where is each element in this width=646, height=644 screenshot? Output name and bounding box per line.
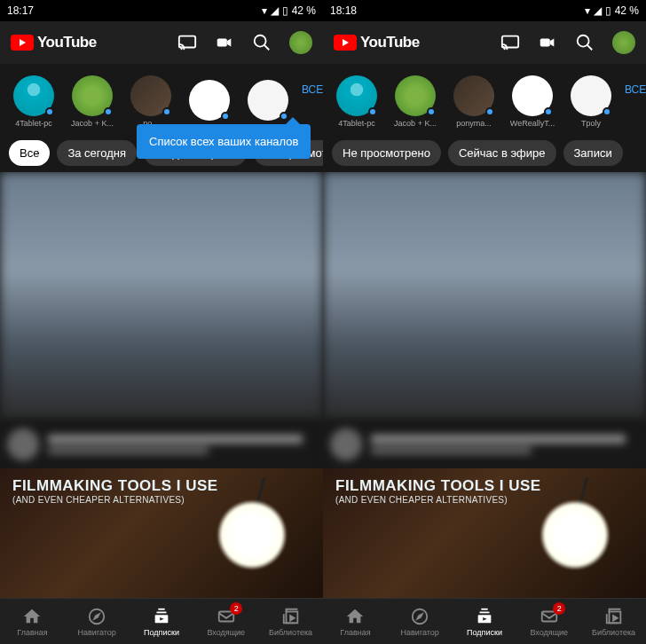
video-card[interactable]: FILMMAKING TOOLS I USE (AND EVEN CHEAPER… bbox=[323, 468, 646, 598]
channel-item[interactable]: 4Tablet-pc bbox=[332, 75, 382, 128]
video-feed[interactable]: FILMMAKING TOOLS I USE (AND EVEN CHEAPER… bbox=[323, 172, 646, 598]
channel-strip[interactable]: 4Tablet-pc Jacob + K... po... ВСЕ bbox=[0, 64, 323, 133]
channel-item[interactable]: Jacob + K... bbox=[67, 75, 117, 128]
cast-icon[interactable] bbox=[500, 33, 520, 52]
filter-chips[interactable]: Не просмотрено Сейчас в эфире Записи bbox=[323, 133, 646, 172]
video-feed[interactable]: FILMMAKING TOOLS I USE (AND EVEN CHEAPER… bbox=[0, 172, 323, 598]
battery-icon: ▯ bbox=[605, 4, 611, 17]
camera-icon[interactable] bbox=[538, 33, 557, 52]
status-time: 18:17 bbox=[7, 4, 34, 17]
video-title-main: FILMMAKING TOOLS I USE bbox=[12, 477, 218, 495]
nav-explore[interactable]: Навигатор bbox=[65, 599, 130, 644]
status-time: 18:18 bbox=[330, 4, 357, 17]
video-title-sub: (AND EVEN CHEAPER ALTERNATIVES) bbox=[12, 495, 218, 505]
blurred-video-meta bbox=[323, 420, 646, 468]
all-channels-tooltip: Список всех ваших каналов bbox=[137, 124, 311, 159]
inbox-badge: 2 bbox=[553, 602, 565, 615]
nav-explore[interactable]: Навигатор bbox=[388, 599, 453, 644]
all-channels-link[interactable]: ВСЕ bbox=[625, 83, 646, 96]
svg-rect-16 bbox=[479, 611, 489, 613]
youtube-play-icon bbox=[11, 35, 34, 51]
left-screenshot: 18:17 ▾ ◢ ▯ 42 % YouTube 4Tablet-pc Jaco… bbox=[0, 0, 323, 644]
search-icon[interactable] bbox=[252, 33, 272, 52]
svg-line-3 bbox=[264, 45, 270, 51]
home-icon bbox=[345, 607, 365, 626]
signal-icon: ◢ bbox=[271, 4, 279, 17]
channel-item[interactable]: ponyma... bbox=[449, 75, 499, 128]
nav-home[interactable]: Главная bbox=[323, 599, 388, 644]
battery-text: 42 % bbox=[292, 4, 316, 17]
channel-item[interactable] bbox=[185, 80, 234, 123]
channel-item[interactable]: Tpoly bbox=[566, 75, 616, 128]
wifi-icon: ▾ bbox=[585, 4, 590, 17]
chip-all[interactable]: Все bbox=[9, 140, 50, 166]
camera-icon[interactable] bbox=[215, 33, 234, 52]
blurred-video-thumb[interactable] bbox=[323, 172, 646, 420]
battery-icon: ▯ bbox=[282, 4, 288, 17]
nav-subscriptions[interactable]: Подписки bbox=[453, 599, 517, 644]
bottom-nav: Главная Навигатор Подписки 2Входящие Биб… bbox=[0, 598, 323, 644]
wifi-icon: ▾ bbox=[262, 4, 267, 17]
youtube-play-icon bbox=[334, 35, 357, 51]
nav-subscriptions[interactable]: Подписки bbox=[130, 599, 194, 644]
channel-strip[interactable]: 4Tablet-pc Jacob + K... ponyma... WeReal… bbox=[323, 64, 646, 133]
signal-icon: ◢ bbox=[594, 4, 602, 17]
svg-point-12 bbox=[578, 35, 589, 47]
account-avatar[interactable] bbox=[289, 31, 312, 54]
video-title-sub: (AND EVEN CHEAPER ALTERNATIVES) bbox=[335, 495, 541, 505]
svg-line-13 bbox=[587, 45, 593, 51]
channel-item[interactable]: WeReallyT... bbox=[508, 75, 557, 128]
inbox-badge: 2 bbox=[230, 602, 242, 615]
nav-inbox[interactable]: 2Входящие bbox=[193, 599, 258, 644]
search-icon[interactable] bbox=[575, 33, 595, 52]
channel-item[interactable]: Jacob + K... bbox=[390, 75, 440, 128]
chip-live[interactable]: Сейчас в эфире bbox=[448, 140, 556, 166]
subscriptions-icon bbox=[475, 607, 494, 626]
chip-today[interactable]: За сегодня bbox=[57, 140, 137, 166]
svg-rect-6 bbox=[156, 611, 166, 613]
right-screenshot: 18:18 ▾ ◢ ▯ 42 % YouTube 4Tablet-pc Jaco… bbox=[323, 0, 646, 644]
bottom-nav: Главная Навигатор Подписки 2Входящие Биб… bbox=[323, 598, 646, 644]
status-bar: 18:18 ▾ ◢ ▯ 42 % bbox=[323, 0, 646, 21]
battery-text: 42 % bbox=[615, 4, 639, 17]
status-bar: 18:17 ▾ ◢ ▯ 42 % bbox=[0, 0, 323, 21]
channel-item[interactable]: 4Tablet-pc bbox=[9, 75, 59, 128]
home-icon bbox=[22, 607, 42, 626]
nav-library[interactable]: Библиотека bbox=[581, 599, 646, 644]
subscriptions-icon bbox=[152, 607, 171, 626]
all-channels-link[interactable]: ВСЕ bbox=[302, 83, 323, 96]
video-title-main: FILMMAKING TOOLS I USE bbox=[335, 477, 541, 495]
library-icon bbox=[281, 607, 301, 626]
svg-rect-11 bbox=[540, 38, 550, 46]
blurred-video-meta bbox=[0, 420, 323, 468]
svg-rect-0 bbox=[179, 36, 195, 48]
svg-rect-1 bbox=[217, 38, 227, 46]
blurred-video-thumb[interactable] bbox=[0, 172, 323, 420]
app-header: YouTube bbox=[323, 21, 646, 64]
svg-rect-10 bbox=[502, 36, 518, 48]
video-card[interactable]: FILMMAKING TOOLS I USE (AND EVEN CHEAPER… bbox=[0, 468, 323, 598]
channel-item[interactable]: po... bbox=[126, 75, 176, 128]
svg-rect-17 bbox=[481, 608, 487, 609]
compass-icon bbox=[87, 607, 106, 626]
nav-library[interactable]: Библиотека bbox=[258, 599, 323, 644]
app-header: YouTube bbox=[0, 21, 323, 64]
svg-rect-7 bbox=[158, 608, 164, 609]
cast-icon[interactable] bbox=[177, 33, 197, 52]
nav-inbox[interactable]: 2Входящие bbox=[516, 599, 581, 644]
chip-unwatched[interactable]: Не просмотрено bbox=[332, 140, 441, 166]
youtube-logo[interactable]: YouTube bbox=[11, 34, 97, 51]
youtube-logo[interactable]: YouTube bbox=[334, 34, 420, 51]
nav-home[interactable]: Главная bbox=[0, 599, 65, 644]
compass-icon bbox=[410, 607, 429, 626]
library-icon bbox=[604, 607, 624, 626]
chip-posts[interactable]: Записи bbox=[563, 140, 623, 166]
svg-point-2 bbox=[255, 35, 266, 47]
account-avatar[interactable] bbox=[612, 31, 635, 54]
